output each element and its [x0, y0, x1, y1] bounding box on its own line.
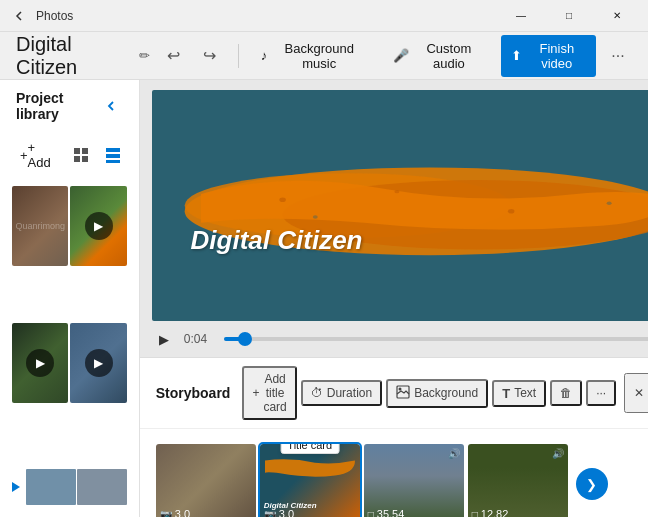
photo-icon: 📷: [264, 509, 276, 518]
storyboard-items: 📷 3.0 Title card Digital Citizen 📷: [140, 429, 648, 517]
close-button[interactable]: ✕: [594, 0, 640, 32]
video-icon: □: [368, 509, 374, 518]
item-label: □ 35.54: [368, 508, 405, 517]
remove-all-button[interactable]: ✕ Remove all: [624, 373, 648, 413]
mic-icon: 🎤: [393, 48, 409, 63]
more-options-button[interactable]: ···: [604, 40, 632, 72]
title-bar: Photos — □ ✕: [0, 0, 648, 32]
back-button[interactable]: [8, 4, 32, 28]
strip-item[interactable]: [77, 469, 127, 505]
background-icon: [396, 385, 410, 402]
play-overlay: ▶: [26, 349, 54, 377]
media-grid: Quanrimong ▶ ▶ ▶: [0, 182, 139, 461]
current-time: 0:04: [184, 332, 216, 346]
storyboard-header: Storyboard + Add title card ⏱ Duration B…: [140, 358, 648, 429]
svg-rect-6: [106, 160, 120, 163]
maximize-button[interactable]: □: [546, 0, 592, 32]
storyboard-item[interactable]: □ 12.82 🔊: [468, 444, 568, 517]
grid-view-button[interactable]: [67, 141, 95, 169]
svg-point-10: [279, 197, 286, 202]
item-label: 📷 3.0: [160, 508, 190, 517]
finish-video-button[interactable]: ⬆ Finish video: [501, 35, 597, 77]
paint-stroke: [152, 90, 648, 321]
music-icon: ♪: [261, 48, 268, 63]
storyboard-item[interactable]: □ 35.54 🔊: [364, 444, 464, 517]
play-overlay: ▶: [85, 349, 113, 377]
video-controls: ▶ 0:04 1:18 ⤢: [140, 321, 648, 357]
svg-rect-3: [82, 156, 88, 162]
panel-title: Project library: [16, 90, 99, 122]
storyboard-item-title-card[interactable]: Title card Digital Citizen 📷 3.0: [260, 444, 360, 517]
project-library-panel: Project library + + Add Quanrimon: [0, 80, 140, 517]
undo-button[interactable]: ↩: [158, 40, 190, 72]
add-media-button[interactable]: + + Add: [12, 136, 59, 174]
item-label: □ 12.82: [472, 508, 509, 517]
main-toolbar: Digital Citizen ✏ ↩ ↪ ♪ Background music…: [0, 32, 648, 80]
svg-point-12: [508, 209, 515, 214]
add-icon: +: [252, 386, 259, 400]
minimize-button[interactable]: —: [498, 0, 544, 32]
main-content: Project library + + Add Quanrimon: [0, 80, 648, 517]
delete-button[interactable]: 🗑: [550, 380, 582, 406]
trash-icon: 🗑: [560, 386, 572, 400]
close-icon: ✕: [634, 386, 644, 400]
scroll-left-indicator: [12, 482, 20, 492]
svg-point-13: [606, 201, 611, 204]
progress-bar[interactable]: [224, 337, 648, 341]
custom-audio-button[interactable]: 🎤 Custom audio: [383, 35, 492, 77]
strip-item[interactable]: [26, 469, 76, 505]
svg-rect-0: [74, 148, 80, 154]
collapse-panel-button[interactable]: [99, 94, 123, 118]
video-preview-panel: Digital Citizen ▶ 0:04 1:18 ⤢ Storyboard…: [140, 80, 648, 517]
storyboard-item[interactable]: 📷 3.0: [156, 444, 256, 517]
audio-icon: 🔊: [552, 448, 564, 459]
add-title-card-button[interactable]: + Add title card: [242, 366, 296, 420]
text-icon: T: [502, 386, 510, 401]
svg-rect-1: [82, 148, 88, 154]
toolbar-divider: [238, 44, 239, 68]
window-controls: — □ ✕: [498, 0, 640, 32]
svg-rect-5: [106, 154, 120, 158]
undo-redo-group: ↩ ↪: [158, 40, 226, 72]
more-icon: ···: [596, 386, 606, 400]
svg-rect-2: [74, 156, 80, 162]
edit-title-button[interactable]: ✏: [139, 48, 150, 63]
svg-rect-4: [106, 148, 120, 152]
media-item[interactable]: ▶: [12, 323, 68, 403]
play-pause-button[interactable]: ▶: [152, 327, 176, 351]
watermark: Quanrimong: [15, 221, 65, 231]
canvas-title-text: Digital Citizen: [191, 225, 363, 256]
item-label: 📷 3.0: [264, 508, 294, 517]
svg-point-16: [399, 387, 402, 390]
panel-header: Project library: [0, 80, 139, 132]
more-options-storyboard-button[interactable]: ···: [586, 380, 616, 406]
text-button[interactable]: T Text: [492, 380, 546, 407]
media-item[interactable]: Quanrimong: [12, 186, 68, 266]
video-icon: □: [472, 509, 478, 518]
svg-point-11: [394, 190, 399, 193]
project-title: Digital Citizen: [16, 33, 123, 79]
library-toolbar: + + Add: [0, 132, 139, 182]
progress-thumb[interactable]: [238, 332, 252, 346]
add-icon: +: [20, 148, 28, 163]
finish-icon: ⬆: [511, 48, 522, 63]
svg-point-14: [313, 215, 318, 218]
redo-button[interactable]: ↪: [194, 40, 226, 72]
list-view-button[interactable]: [99, 141, 127, 169]
media-item[interactable]: ▶: [70, 186, 126, 266]
storyboard-panel: Storyboard + Add title card ⏱ Duration B…: [140, 357, 648, 517]
video-canvas: Digital Citizen: [152, 90, 648, 321]
media-item[interactable]: ▶: [70, 323, 126, 403]
duration-button[interactable]: ⏱ Duration: [301, 380, 382, 406]
view-toggle: [67, 141, 127, 169]
duration-icon: ⏱: [311, 386, 323, 400]
background-button[interactable]: Background: [386, 379, 488, 408]
photo-icon: 📷: [160, 509, 172, 518]
thumbnail-strip: [0, 461, 139, 517]
background-music-button[interactable]: ♪ Background music: [251, 35, 375, 77]
play-overlay: ▶: [85, 212, 113, 240]
storyboard-title: Storyboard: [156, 385, 231, 401]
app-title: Photos: [36, 9, 73, 23]
storyboard-next-button[interactable]: ❯: [576, 468, 608, 500]
audio-icon: 🔊: [448, 448, 460, 459]
